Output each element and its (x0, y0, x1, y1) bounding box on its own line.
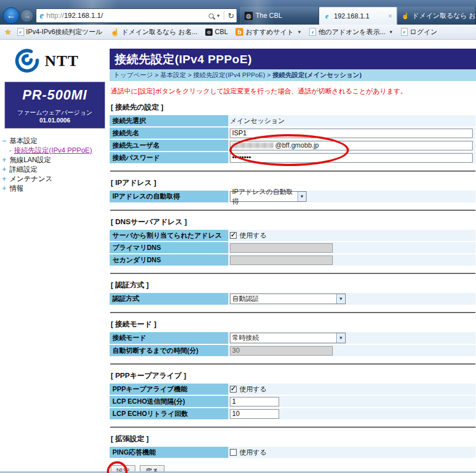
forward-button[interactable]: → (20, 9, 34, 22)
address-bar[interactable]: e http://192.168.1.1/ ▼ ↻ (36, 8, 237, 23)
tab-router-active[interactable]: e 192.168.1.1 × (319, 7, 397, 25)
chevron-down-icon: ▼ (389, 30, 393, 35)
section-connection-mode: 接続モード 常時接続 ▼ 自動切断するまでの時間(分) (110, 332, 476, 356)
sidebar-menu: 基本設定 接続先設定(IPv4 PPPoE) 無線LAN設定 詳細設定 メンテナ… (2, 136, 110, 193)
checkbox-label: 使用する (239, 231, 267, 240)
favorite-onamae[interactable]: ☝ ドメイン取るなら お名... (108, 26, 200, 38)
crumb-separator: > (265, 72, 272, 78)
selected-option: IPアドレスの自動取得 (232, 187, 298, 206)
section-ip-address: IPアドレスの自動取得 IPアドレスの自動取得 ▼ (110, 191, 476, 202)
chevron-down-icon[interactable]: ▼ (336, 333, 345, 343)
row-label: 接続先ユーザ名 (110, 140, 228, 151)
row-label: LCP ECHO送信間隔(分) (110, 396, 228, 407)
breadcrumb: トップページ > 基本設定 > 接続先設定(IPv4 PPPoE) > 接続先設… (110, 69, 476, 81)
form-row: LCP ECHOリトライ回数 (110, 408, 476, 419)
suggested-sites-icon: b (235, 28, 243, 36)
form-row: LCP ECHO送信間隔(分) (110, 396, 476, 407)
ie-page-icon: e (17, 28, 24, 36)
primary-dns-input (230, 243, 333, 253)
menu-label: 詳細設定 (10, 165, 37, 174)
sidebar-item-advanced-settings[interactable]: 詳細設定 (2, 165, 110, 174)
auth-method-select[interactable]: 自動認証 ▼ (230, 294, 346, 304)
sidebar-item-maintenance[interactable]: メンテナンス (2, 174, 110, 184)
expand-icon[interactable] (2, 174, 10, 184)
password-input[interactable] (230, 153, 473, 163)
lcp-echo-retry-input[interactable] (230, 409, 279, 419)
sidebar-item-pppoe-settings[interactable]: 接続先設定(IPv4 PPPoE) (2, 146, 110, 155)
row-label: セカンダリDNS (110, 254, 228, 266)
username-input[interactable]: @bff.gmobb.jp (230, 141, 473, 150)
tab-onamae[interactable]: ☝ ドメイン取るなら お名前.... (397, 7, 475, 25)
form-row: 接続モード 常時接続 ▼ (110, 332, 476, 344)
form-row: PING応答機能 使用する (110, 447, 476, 458)
row-label: 接続パスワード (110, 152, 228, 163)
back-button[interactable]: ← (3, 7, 20, 24)
tab-close-icon[interactable]: × (387, 12, 393, 20)
chevron-down-icon[interactable]: ▼ (336, 294, 345, 304)
search-dropdown-icon[interactable]: ▼ (216, 13, 220, 18)
router-page: NTT PR-500MI ファームウェアバージョン 01.01.0006 基本設… (0, 40, 476, 471)
favorite-cbl[interactable]: ◍ CBL (203, 27, 230, 37)
row-label: 接続先選択 (110, 115, 228, 126)
menu-link-label[interactable]: 接続先設定(IPv4 PPPoE) (14, 146, 92, 155)
crumb-top-page: トップページ (114, 72, 153, 78)
address-url[interactable]: http://192.168.1.1/ (46, 12, 103, 20)
form-row: 接続先選択 メインセッション (110, 115, 476, 126)
tab-label: The CBL (256, 12, 282, 20)
ping-response-checkbox[interactable] (230, 449, 237, 456)
favorite-login[interactable]: e ログイン (399, 26, 440, 38)
section-divider (110, 363, 475, 365)
ip-auto-select[interactable]: IPアドレスの自動取得 ▼ (230, 191, 307, 202)
form-row: 接続先名 (110, 127, 476, 139)
form-row: IPアドレスの自動取得 IPアドレスの自動取得 ▼ (110, 191, 476, 202)
row-label: サーバから割り当てられたアドレス (110, 230, 228, 241)
favorites-bar: ★ e IPv4-IPv6接続判定ツール ☝ ドメイン取るなら お名... ◍ … (0, 25, 476, 40)
expand-icon[interactable] (2, 155, 10, 165)
chevron-down-icon[interactable]: ▼ (298, 192, 306, 201)
section-heading-ip-address: [ IPアドレス ] (111, 178, 476, 188)
expand-icon[interactable] (2, 184, 10, 193)
section-divider (110, 210, 475, 211)
expand-icon[interactable] (2, 165, 10, 174)
row-label: PING応答機能 (110, 447, 228, 458)
collapse-icon[interactable] (2, 136, 10, 146)
sidebar-item-information[interactable]: 情報 (2, 184, 110, 193)
form-row: セカンダリDNS (110, 254, 476, 266)
hand-icon: ☝ (110, 28, 119, 36)
section-auth: 認証方式 自動認証 ▼ (110, 293, 476, 305)
favorite-ipv4-ipv6-tool[interactable]: e IPv4-IPv6接続判定ツール (15, 26, 105, 38)
connection-mode-select[interactable]: 常時接続 ▼ (230, 333, 346, 343)
form-row: 認証方式 自動認証 ▼ (110, 293, 476, 305)
checkbox-label: 使用する (239, 448, 267, 457)
dns-server-checkbox[interactable] (230, 232, 237, 239)
section-divider (110, 312, 475, 313)
search-icon[interactable] (209, 13, 214, 18)
tab-label: ドメイン取るなら お名前.... (412, 11, 475, 21)
lcp-echo-interval-input[interactable] (230, 397, 279, 406)
ntt-logo: NTT (15, 49, 110, 73)
sidebar-item-basic-settings[interactable]: 基本設定 (2, 136, 110, 146)
form-row: 自動切断するまでの時間(分) (110, 345, 476, 356)
tab-the-cbl[interactable]: ◍ The CBL (241, 7, 319, 25)
favorite-label: IPv4-IPv6接続判定ツール (26, 27, 103, 37)
main-content: 接続先設定(IPv4 PPPoE) トップページ > 基本設定 > 接続先設定(… (110, 40, 476, 471)
favorites-star-icon[interactable]: ★ (4, 27, 12, 36)
section-divider (110, 171, 475, 172)
favorite-suggested-sites[interactable]: b おすすめサイト ▼ (233, 26, 304, 38)
warning-text: 通話中に[設定]ボタンをクリックして設定変更を行った場合、通話が切断されることが… (111, 87, 476, 96)
divider (224, 11, 224, 20)
section-dns: サーバから割り当てられたアドレス 使用する プライマリDNS セカンダリDNS (110, 230, 476, 266)
crumb-separator: > (153, 72, 160, 78)
refresh-icon[interactable]: ↻ (228, 11, 234, 20)
isp-name-input[interactable] (230, 129, 473, 138)
favorite-label: ログイン (410, 27, 437, 37)
favorite-more-addons[interactable]: e 他のアドオンを表示... ▼ (307, 26, 395, 38)
row-label: PPPキープアライブ機能 (110, 384, 228, 395)
ppp-keepalive-checkbox[interactable] (230, 386, 237, 392)
ntt-logo-text: NTT (45, 52, 79, 70)
firmware-label: ファームウェアバージョン (6, 108, 103, 117)
row-label: 接続モード (110, 332, 228, 344)
row-label: 認証方式 (110, 293, 228, 305)
ie-page-icon: e (309, 28, 316, 36)
sidebar-item-wireless-lan[interactable]: 無線LAN設定 (2, 155, 110, 165)
